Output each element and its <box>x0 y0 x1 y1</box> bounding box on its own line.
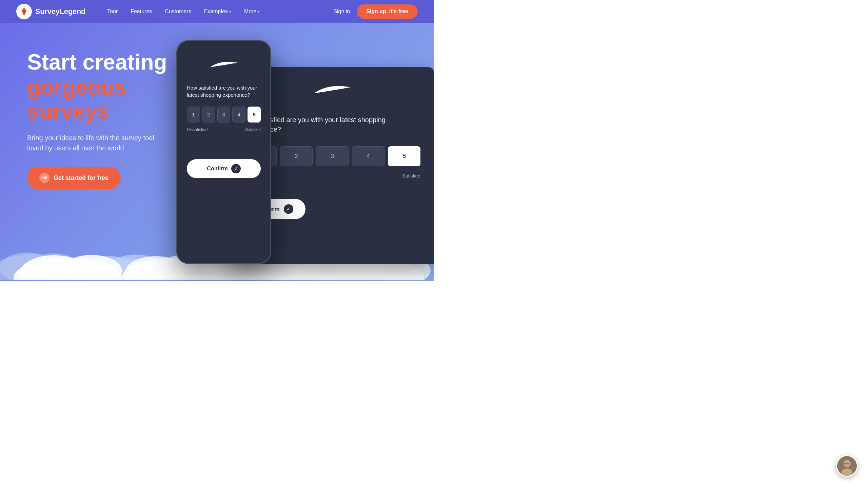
mockups-container: How satisfied are you with your latest s… <box>176 40 434 281</box>
hero-subtitle: Bring your ideas to life with the survey… <box>27 133 170 153</box>
desktop-label-high: Satisfied <box>402 173 420 179</box>
hero-title-line2: gorgeous surveys <box>27 75 176 123</box>
sign-up-button[interactable]: Sign up, it's free <box>357 4 418 19</box>
mobile-rating-3[interactable]: 3 <box>217 107 231 123</box>
get-started-button[interactable]: ➜ Get started for free <box>27 167 121 189</box>
svg-rect-10 <box>20 276 119 280</box>
mobile-rating-4[interactable]: 4 <box>232 107 245 123</box>
desktop-rating-3[interactable]: 3 <box>316 146 349 166</box>
arrow-circle-icon: ➜ <box>39 173 50 183</box>
nav-link-examples[interactable]: Examples ▾ <box>199 6 237 17</box>
nav-link-more[interactable]: More ▾ <box>239 6 265 17</box>
more-chevron-icon: ▾ <box>258 9 260 14</box>
logo-icon <box>16 4 32 19</box>
hero-content: Start creating gorgeous surveys Bring yo… <box>0 50 203 189</box>
mobile-rating-5[interactable]: 5 <box>248 107 261 123</box>
desktop-rating-2[interactable]: 2 <box>280 146 313 166</box>
hero-section: Start creating gorgeous surveys Bring yo… <box>0 23 434 281</box>
desktop-rating-4[interactable]: 4 <box>352 146 384 166</box>
mobile-label-high: Satisfied <box>245 127 261 132</box>
nav-right: Sign in Sign up, it's free <box>333 4 418 19</box>
desktop-rating-5[interactable]: 5 <box>388 146 420 166</box>
sign-in-link[interactable]: Sign in <box>333 8 350 15</box>
nav-link-customers[interactable]: Customers <box>159 6 196 17</box>
nav-links: Tour Features Customers Examples ▾ More … <box>102 6 333 17</box>
logo[interactable]: SurveyLegend <box>16 4 85 19</box>
mobile-rating-2[interactable]: 2 <box>202 107 215 123</box>
logo-text: SurveyLegend <box>35 7 85 16</box>
navigation: SurveyLegend Tour Features Customers Exa… <box>0 0 434 23</box>
nav-link-tour[interactable]: Tour <box>102 6 123 17</box>
desktop-confirm-check-icon: ✓ <box>284 204 293 214</box>
mobile-confirm-check-icon: ✓ <box>231 164 241 173</box>
examples-chevron-icon: ▾ <box>229 9 231 14</box>
hero-title-line1: Start creating <box>27 50 176 74</box>
nav-link-features[interactable]: Features <box>125 6 157 17</box>
